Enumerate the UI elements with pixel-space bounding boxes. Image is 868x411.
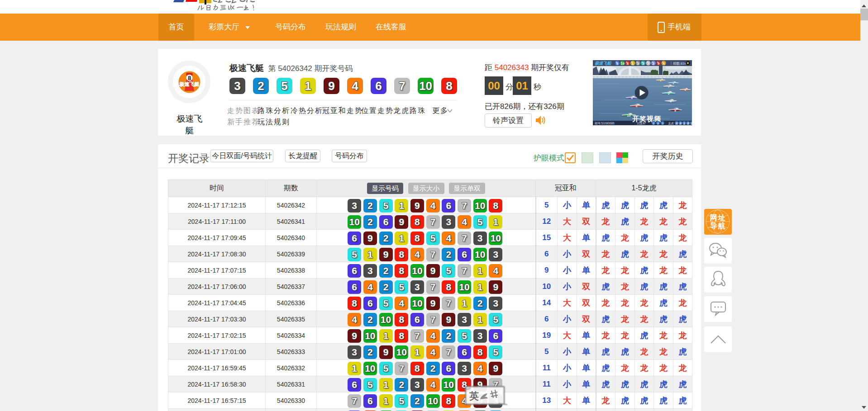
svg-text:2: 2 <box>653 61 654 66</box>
svg-text:极速飞船: 极速飞船 <box>594 61 612 66</box>
svg-text:1: 1 <box>632 61 634 66</box>
svg-text:虎: 虎 <box>679 122 682 125</box>
svg-text:3: 3 <box>670 99 672 103</box>
svg-text:6: 6 <box>631 96 633 99</box>
svg-text:2: 2 <box>672 82 674 85</box>
svg-text:5: 5 <box>668 91 669 95</box>
svg-text:期号:51080686: 期号:51080686 <box>595 122 615 125</box>
svg-text:9: 9 <box>658 61 659 66</box>
svg-text:9: 9 <box>674 109 676 113</box>
svg-text:英: 英 <box>469 391 479 401</box>
svg-text:3: 3 <box>637 61 639 66</box>
svg-text:6: 6 <box>616 61 618 66</box>
svg-text:4: 4 <box>684 88 686 91</box>
svg-text:龙: 龙 <box>683 122 686 125</box>
svg-text:1: 1 <box>660 79 662 82</box>
svg-text:极速飞艇: 极速飞艇 <box>179 81 200 87</box>
svg-text:虎: 虎 <box>687 122 689 125</box>
svg-text:龙虎: 龙虎 <box>668 122 674 125</box>
svg-text:5: 5 <box>642 61 644 66</box>
svg-text:8: 8 <box>635 104 637 108</box>
svg-text:10: 10 <box>627 113 631 118</box>
svg-text:7: 7 <box>647 61 649 66</box>
svg-text:开奖视频: 开奖视频 <box>632 115 661 123</box>
svg-text:龙: 龙 <box>691 122 692 125</box>
svg-text:10: 10 <box>620 61 624 66</box>
svg-text:冠亚和: 冠亚和 <box>637 122 646 125</box>
svg-text:7: 7 <box>668 85 670 88</box>
svg-text:8: 8 <box>188 75 191 81</box>
svg-text:虎: 虎 <box>675 122 678 125</box>
svg-text:期数:834: 期数:834 <box>673 61 687 66</box>
svg-text:8: 8 <box>627 61 629 66</box>
